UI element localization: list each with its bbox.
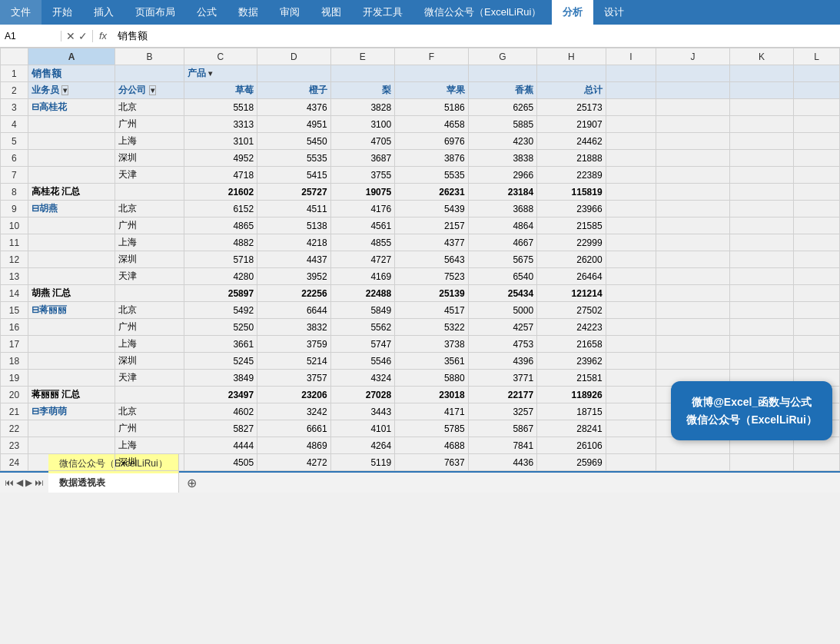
table-row[interactable]: 9⊟胡燕北京6152451141765439368823966 <box>1 201 840 217</box>
cell-l24[interactable] <box>794 454 840 471</box>
cell-i2[interactable] <box>606 82 656 99</box>
table-row[interactable]: 11上海4882421848554377466722999 <box>1 234 840 251</box>
tab-first-arrow[interactable]: ⏮ <box>5 477 14 488</box>
cell-b1[interactable] <box>115 65 184 82</box>
cell-i21[interactable] <box>606 403 656 420</box>
cell-j13[interactable] <box>656 268 729 285</box>
cell-k16[interactable] <box>729 319 794 336</box>
cell-g12[interactable]: 5675 <box>468 251 537 268</box>
cell-d5[interactable]: 5450 <box>257 133 330 150</box>
col-header-A[interactable]: A <box>28 48 115 65</box>
tab-last-arrow[interactable]: ⏭ <box>35 477 44 488</box>
cell-l14[interactable] <box>794 285 840 302</box>
cell-b23[interactable]: 上海 <box>115 437 184 454</box>
ribbon-tab-分析[interactable]: 分析 <box>552 0 593 25</box>
cell-a14[interactable]: 胡燕 汇总 <box>28 285 115 302</box>
cell-b15[interactable]: 北京 <box>115 302 184 319</box>
cell-l6[interactable] <box>794 150 840 167</box>
cell-c6[interactable]: 4952 <box>184 150 257 167</box>
cell-i8[interactable] <box>606 184 656 201</box>
cell-f9[interactable]: 5439 <box>395 201 468 217</box>
col-header-D[interactable]: D <box>257 48 330 65</box>
cell-b14[interactable] <box>115 285 184 302</box>
table-row[interactable]: 6深圳4952553536873876383821888 <box>1 150 840 167</box>
cell-i4[interactable] <box>606 116 656 133</box>
ribbon-tab-插入[interactable]: 插入 <box>83 0 125 25</box>
cell-l11[interactable] <box>794 234 840 251</box>
cell-i15[interactable] <box>606 302 656 319</box>
cell-l10[interactable] <box>794 217 840 234</box>
cell-c7[interactable]: 4718 <box>184 167 257 184</box>
cell-i11[interactable] <box>606 234 656 251</box>
cell-f23[interactable]: 4688 <box>395 437 468 454</box>
table-row[interactable]: 10广州4865513845612157486421585 <box>1 217 840 234</box>
cell-f2[interactable]: 苹果 <box>395 82 468 99</box>
cell-e14[interactable]: 22488 <box>330 285 395 302</box>
cell-i10[interactable] <box>606 217 656 234</box>
cell-g6[interactable]: 3838 <box>468 150 537 167</box>
cell-b18[interactable]: 深圳 <box>115 353 184 370</box>
cell-l17[interactable] <box>794 336 840 353</box>
cell-e19[interactable]: 4324 <box>330 370 395 387</box>
cell-c1[interactable]: 产品 ▾ <box>184 65 257 82</box>
cell-l7[interactable] <box>794 167 840 184</box>
cell-g3[interactable]: 6265 <box>468 99 537 116</box>
cell-d17[interactable]: 3759 <box>257 336 330 353</box>
cell-l8[interactable] <box>794 184 840 201</box>
cell-j7[interactable] <box>656 167 729 184</box>
cell-e24[interactable]: 5119 <box>330 454 395 471</box>
cell-h22[interactable]: 28241 <box>537 420 606 437</box>
cell-i5[interactable] <box>606 133 656 150</box>
cell-i23[interactable] <box>606 437 656 454</box>
cell-f19[interactable]: 5880 <box>395 370 468 387</box>
cell-g11[interactable]: 4667 <box>468 234 537 251</box>
cell-e17[interactable]: 5747 <box>330 336 395 353</box>
cell-f1[interactable] <box>395 65 468 82</box>
cell-j6[interactable] <box>656 150 729 167</box>
cell-h17[interactable]: 21658 <box>537 336 606 353</box>
cell-g17[interactable]: 4753 <box>468 336 537 353</box>
cell-g4[interactable]: 5885 <box>468 116 537 133</box>
cell-j12[interactable] <box>656 251 729 268</box>
cell-h18[interactable]: 23962 <box>537 353 606 370</box>
cell-g21[interactable]: 3257 <box>468 403 537 420</box>
table-row[interactable]: 17上海3661375957473738475321658 <box>1 336 840 353</box>
cell-c12[interactable]: 5718 <box>184 251 257 268</box>
cell-j16[interactable] <box>656 319 729 336</box>
ribbon-tab-视图[interactable]: 视图 <box>310 0 352 25</box>
cell-i16[interactable] <box>606 319 656 336</box>
cell-b2[interactable]: 分公司 ▾ <box>115 82 184 99</box>
cell-k13[interactable] <box>729 268 794 285</box>
cell-g16[interactable]: 4257 <box>468 319 537 336</box>
cell-g24[interactable]: 4436 <box>468 454 537 471</box>
cell-g23[interactable]: 7841 <box>468 437 537 454</box>
cell-i24[interactable] <box>606 454 656 471</box>
cell-j15[interactable] <box>656 302 729 319</box>
cell-c20[interactable]: 23497 <box>184 387 257 403</box>
cell-k1[interactable] <box>729 65 794 82</box>
cell-h23[interactable]: 26106 <box>537 437 606 454</box>
cell-a21[interactable]: ⊟李萌萌 <box>28 403 115 420</box>
cell-a18[interactable] <box>28 353 115 370</box>
cell-g2[interactable]: 香蕉 <box>468 82 537 99</box>
cell-i22[interactable] <box>606 420 656 437</box>
ribbon-tab-微信公众号（ExcelLiRui）[interactable]: 微信公众号（ExcelLiRui） <box>413 0 552 25</box>
cell-k15[interactable] <box>729 302 794 319</box>
cell-k4[interactable] <box>729 116 794 133</box>
cell-a23[interactable] <box>28 437 115 454</box>
cell-e23[interactable]: 4264 <box>330 437 395 454</box>
col-header-G[interactable]: G <box>468 48 537 65</box>
cell-d9[interactable]: 4511 <box>257 201 330 217</box>
cell-k3[interactable] <box>729 99 794 116</box>
cell-b7[interactable]: 天津 <box>115 167 184 184</box>
cell-g8[interactable]: 23184 <box>468 184 537 201</box>
cell-a2[interactable]: 业务员 ▾ <box>28 82 115 99</box>
cell-c8[interactable]: 21602 <box>184 184 257 201</box>
cell-f17[interactable]: 3738 <box>395 336 468 353</box>
cell-l15[interactable] <box>794 302 840 319</box>
cell-j11[interactable] <box>656 234 729 251</box>
col-header-L[interactable]: L <box>794 48 840 65</box>
cell-i1[interactable] <box>606 65 656 82</box>
cell-e18[interactable]: 5546 <box>330 353 395 370</box>
table-row[interactable]: 1销售额产品 ▾ <box>1 65 840 82</box>
